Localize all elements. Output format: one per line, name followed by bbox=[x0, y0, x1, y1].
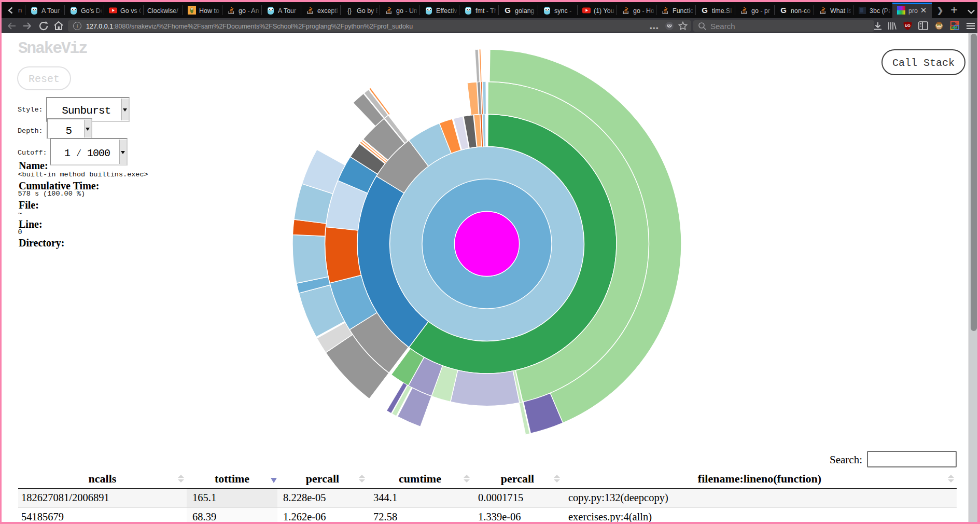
svg-text:G: G bbox=[780, 6, 787, 15]
svg-text:G: G bbox=[702, 6, 708, 15]
svg-text:G: G bbox=[505, 6, 511, 15]
svg-text:UO: UO bbox=[905, 24, 911, 27]
svg-text:{}: {} bbox=[347, 7, 352, 15]
